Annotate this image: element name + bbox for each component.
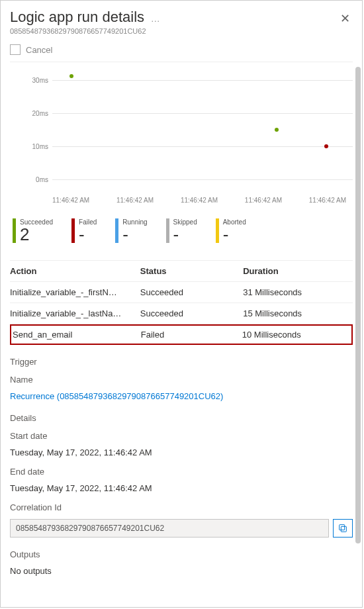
end-date-label: End date <box>10 467 353 477</box>
cancel-action[interactable]: Cancel <box>10 44 353 62</box>
start-date-value: Tuesday, May 17, 2022, 11:46:42 AM <box>10 447 353 457</box>
chart-x-axis: 11:46:42 AM 11:46:42 AM 11:46:42 AM 11:4… <box>10 197 353 204</box>
col-status: Status <box>140 266 243 276</box>
chart-point-succeeded <box>69 74 73 78</box>
x-tick: 11:46:42 AM <box>181 197 218 204</box>
x-tick: 11:46:42 AM <box>309 197 346 204</box>
end-date-value: Tuesday, May 17, 2022, 11:46:42 AM <box>10 483 353 493</box>
start-date-label: Start date <box>10 431 353 441</box>
duration-chart: 30ms 20ms 10ms 0ms <box>10 77 353 193</box>
chart-point-failed <box>324 144 328 148</box>
stat-succeeded: Succeeded2 <box>13 218 53 243</box>
copy-icon <box>338 523 348 534</box>
cancel-label: Cancel <box>26 45 52 55</box>
chart-point-succeeded <box>275 128 279 132</box>
y-tick: 0ms <box>28 176 52 183</box>
details-heading: Details <box>10 413 353 423</box>
col-duration: Duration <box>243 266 353 276</box>
stat-failed: Failed- <box>71 218 97 243</box>
y-tick: 20ms <box>28 110 52 117</box>
stat-running: Running- <box>115 218 147 243</box>
svg-rect-1 <box>340 525 345 530</box>
correlation-id-input[interactable] <box>10 519 329 538</box>
svg-rect-0 <box>341 526 346 532</box>
trigger-name-label: Name <box>10 375 353 385</box>
scrollbar[interactable] <box>355 67 361 543</box>
run-details-panel: Logic app run details … 0858548793682979… <box>0 0 363 608</box>
col-action: Action <box>10 266 140 276</box>
y-tick: 10ms <box>28 143 52 150</box>
x-tick: 11:46:42 AM <box>245 197 282 204</box>
x-tick: 11:46:42 AM <box>116 197 154 204</box>
outputs-heading: Outputs <box>10 549 353 559</box>
cancel-checkbox-icon[interactable] <box>10 44 21 55</box>
more-icon[interactable]: … <box>151 13 160 24</box>
table-row-failed[interactable]: Send_an_email Failed 10 Milliseconds <box>10 324 353 345</box>
trigger-heading: Trigger <box>10 357 353 367</box>
page-title: Logic app run details <box>10 9 144 25</box>
run-id: 08585487936829790876657749201CU62 <box>10 27 160 35</box>
correlation-id-label: Correlation Id <box>10 502 353 512</box>
table-row[interactable]: Initialize_variable_-_firstN… Succeeded … <box>10 282 353 303</box>
stat-aborted: Aborted- <box>216 218 246 243</box>
x-tick: 11:46:42 AM <box>52 197 89 204</box>
actions-table: Action Status Duration Initialize_variab… <box>10 260 353 345</box>
outputs-value: No outputs <box>10 566 353 576</box>
status-summary: Succeeded2 Failed- Running- Skipped- Abo… <box>10 218 353 243</box>
y-tick: 30ms <box>28 77 52 84</box>
trigger-name-link[interactable]: Recurrence (0858548793682979087665774920… <box>10 391 353 401</box>
table-row[interactable]: Initialize_variable_-_lastNa… Succeeded … <box>10 303 353 324</box>
copy-button[interactable] <box>333 519 353 538</box>
close-icon[interactable]: ✕ <box>338 9 353 28</box>
stat-skipped: Skipped- <box>166 218 197 243</box>
